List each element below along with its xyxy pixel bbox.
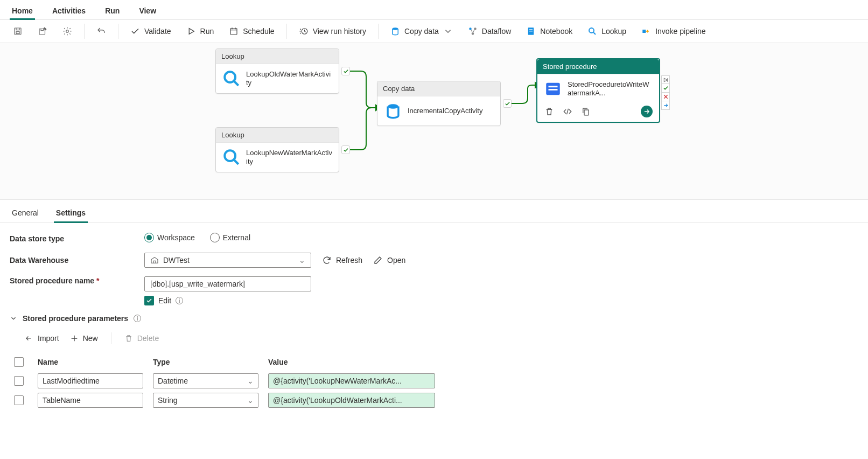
save-button[interactable] [8,23,28,39]
gear-icon [62,26,72,36]
outcome-skip-icon[interactable] [661,75,670,84]
activity-copy-data[interactable]: Copy data IncrementalCopyActivity [377,81,501,126]
outcome-failure-icon[interactable] [661,93,670,101]
warehouse-icon [150,256,159,265]
schedule-button[interactable]: Schedule [223,23,279,39]
select-all-checkbox[interactable] [14,357,24,367]
pipeline-icon [641,26,651,36]
svg-point-16 [225,150,235,161]
data-warehouse-select[interactable]: DWTest ⌄ [144,253,311,268]
check-icon [130,26,140,36]
new-button[interactable]: New [70,334,98,343]
tab-run[interactable]: Run [103,3,122,19]
param-value-input[interactable]: @{activity('LookupOldWaterMarkActi... [268,393,435,408]
svg-rect-12 [529,31,533,31]
edit-checkbox[interactable] [144,296,154,305]
svg-point-17 [388,104,398,109]
chevron-down-icon [10,315,17,322]
refresh-button[interactable]: Refresh [322,255,362,265]
copy-button[interactable] [580,106,591,117]
param-toolbar: Import New Delete [10,329,858,352]
sp-name-label: Stored procedure name * [10,276,134,285]
col-type: Type [153,358,258,366]
settings-button[interactable] [57,23,78,39]
search-icon [587,26,597,36]
param-type-select[interactable]: String⌄ [153,393,258,408]
param-name-input[interactable]: LastModifiedtime [38,373,143,388]
play-icon [186,26,196,36]
info-icon[interactable]: i [176,297,183,304]
settings-pane: Data store type Workspace External Data … [0,223,868,420]
tab-home[interactable]: Home [10,3,35,19]
svg-point-13 [589,28,594,33]
activity-lookup-old[interactable]: Lookup LookupOldWaterMarkActivity [215,48,339,94]
sp-params-header[interactable]: Stored procedure parameters i [10,314,858,323]
lookup-button[interactable]: Lookup [582,23,632,39]
chevron-down-icon [443,26,453,36]
tab-view[interactable]: View [137,3,158,19]
param-name-input[interactable]: TableName [38,393,143,408]
database-icon [390,26,400,36]
delete-button[interactable]: Delete [124,334,159,343]
row-checkbox[interactable] [14,376,24,386]
history-icon [299,26,309,36]
info-icon[interactable]: i [134,315,141,322]
svg-rect-21 [584,110,589,115]
outcome-completion-icon[interactable] [661,101,670,110]
search-icon [222,69,241,88]
invoke-pipeline-button[interactable]: Invoke pipeline [636,23,711,39]
chevron-down-icon: ⌄ [299,256,305,265]
undo-button[interactable] [91,23,111,39]
view-run-history-button[interactable]: View run history [293,23,372,39]
outcome-success-icon[interactable] [661,84,670,93]
activity-type-label: Lookup [216,49,339,64]
undo-icon [96,26,106,36]
go-button[interactable] [641,106,653,117]
activity-name: LookupOldWaterMarkActivity [246,70,332,88]
col-name: Name [38,358,143,366]
pipeline-canvas[interactable]: Lookup LookupOldWaterMarkActivity Lookup… [0,43,868,200]
notebook-icon [526,26,536,36]
code-button[interactable] [562,106,573,117]
activity-lookup-new[interactable]: Lookup LookupNewWaterMarkActivity [215,127,339,172]
status-success-icon [341,67,350,75]
activity-name: IncrementalCopyActivity [408,107,482,115]
open-button[interactable]: Open [373,255,405,265]
chevron-down-icon: ⌄ [247,396,254,405]
activity-stored-procedure[interactable]: Stored procedure StoredProceduretoWriteW… [536,58,660,123]
outcome-ports [661,75,670,110]
edit-label: Edit [158,296,171,305]
connector [350,70,380,151]
separator [118,24,118,39]
param-type-select[interactable]: Datetime⌄ [153,373,258,388]
param-value-input[interactable]: @{activity('LookupNewWaterMarkAc... [268,373,435,388]
property-tabs: General Settings [0,200,868,223]
tab-general[interactable]: General [10,205,41,222]
row-checkbox[interactable] [14,395,24,405]
radio-workspace[interactable]: Workspace [144,233,195,242]
svg-rect-4 [230,29,237,34]
top-tabs: Home Activities Run View [0,0,868,20]
data-warehouse-label: Data Warehouse [10,256,134,265]
save-as-button[interactable] [32,23,53,39]
calendar-icon [229,26,239,36]
tab-settings[interactable]: Settings [54,205,88,222]
copy-data-button[interactable]: Copy data [385,23,458,39]
validate-button[interactable]: Validate [125,23,177,39]
notebook-button[interactable]: Notebook [521,23,578,39]
radio-external[interactable]: External [210,233,250,242]
run-button[interactable]: Run [181,23,220,39]
tab-activities[interactable]: Activities [50,3,88,19]
delete-button[interactable] [544,106,555,117]
dataflow-button[interactable]: Dataflow [463,23,516,39]
search-icon [222,148,241,166]
import-button[interactable]: Import [24,334,59,343]
database-icon [384,102,402,120]
svg-rect-1 [16,32,19,34]
params-table: Name Type Value LastModifiedtime Datetim… [10,352,667,410]
import-icon [24,335,33,342]
separator [286,24,287,39]
plus-icon [70,334,79,343]
chevron-down-icon: ⌄ [247,377,254,385]
sp-name-input[interactable]: [dbo].[usp_write_watermark] [144,276,311,291]
